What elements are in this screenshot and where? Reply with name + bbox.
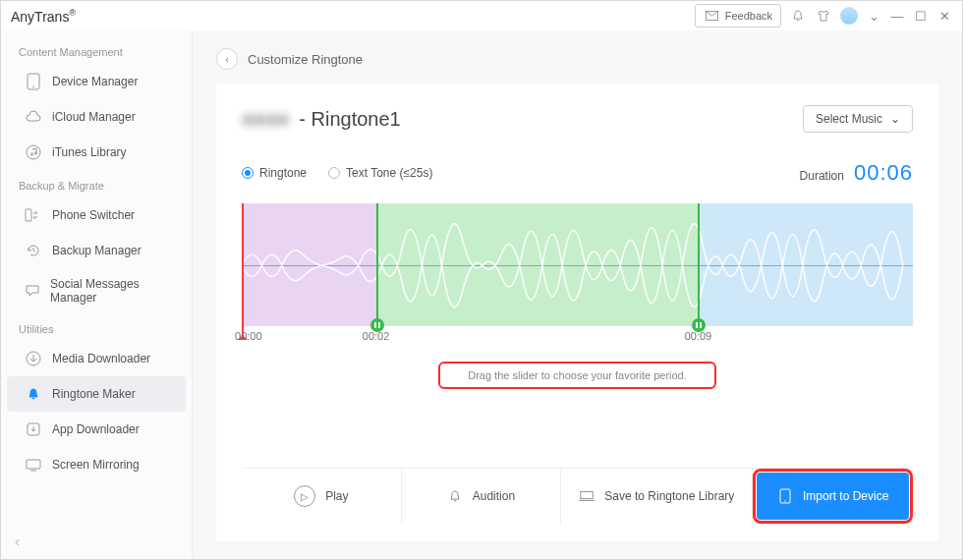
sidebar-item-phone-switcher[interactable]: Phone Switcher: [7, 197, 186, 233]
hint-box: Drag the slider to choose your favorite …: [438, 362, 716, 389]
svg-rect-10: [581, 492, 593, 499]
envelope-icon: [704, 7, 721, 25]
sidebar-item-label: iCloud Manager: [52, 110, 136, 124]
sidebar-item-icloud-manager[interactable]: iCloud Manager: [7, 99, 186, 135]
sidebar-item-device-manager[interactable]: Device Manager: [7, 64, 186, 99]
radio-icon: [242, 167, 254, 179]
svg-point-2: [32, 86, 34, 88]
time-sel-end-label: 00:09: [685, 330, 712, 342]
breadcrumb: ‹ Customize Ringtone: [193, 30, 962, 84]
back-button[interactable]: ‹: [216, 48, 238, 70]
close-button[interactable]: ✕: [936, 9, 952, 24]
shirt-icon[interactable]: [815, 7, 832, 25]
track-title: ■■■■ - Ringtone1: [242, 108, 401, 131]
svg-point-3: [27, 145, 40, 159]
action-label: Import to Device: [803, 489, 888, 503]
chevron-down-icon[interactable]: ⌄: [866, 9, 881, 24]
sidebar-item-label: Screen Mirroring: [52, 458, 140, 472]
laptop-icon: [579, 488, 595, 504]
maximize-button[interactable]: ☐: [913, 9, 929, 24]
phone-switch-icon: [25, 206, 42, 224]
selection-start-handle[interactable]: [376, 203, 378, 326]
bell-filled-icon: [25, 385, 42, 403]
app-download-icon: [25, 420, 42, 438]
collapse-sidebar-icon[interactable]: ‹: [15, 532, 20, 549]
svg-point-4: [30, 153, 32, 155]
svg-point-12: [784, 500, 785, 501]
avatar[interactable]: [840, 7, 858, 25]
time-start-label: 00:00: [235, 330, 262, 342]
history-icon: [25, 242, 42, 259]
sidebar-item-label: App Downloader: [52, 422, 140, 436]
radio-icon: [328, 167, 340, 179]
sidebar-item-label: Media Downloader: [52, 352, 150, 365]
select-music-label: Select Music: [816, 112, 882, 126]
audition-button[interactable]: Audition: [402, 469, 562, 524]
sidebar-item-social-messages[interactable]: Social Messages Manager: [7, 268, 186, 313]
waveform-icon: [242, 203, 913, 328]
radio-ringtone[interactable]: Ringtone: [242, 166, 307, 180]
mirror-icon: [25, 456, 42, 474]
save-library-button[interactable]: Save to Ringtone Library: [561, 469, 753, 524]
import-device-button[interactable]: Import to Device: [757, 473, 909, 520]
minimize-button[interactable]: —: [889, 9, 905, 24]
sidebar-item-media-downloader[interactable]: Media Downloader: [7, 341, 186, 376]
action-label: Play: [325, 489, 348, 503]
waveform-editor[interactable]: [242, 203, 913, 326]
sidebar-item-screen-mirroring[interactable]: Screen Mirroring: [7, 447, 186, 482]
duration-label: Duration: [800, 169, 844, 183]
play-icon: ▷: [294, 485, 315, 507]
page-title: Customize Ringtone: [248, 52, 363, 67]
chevron-down-icon: ⌄: [890, 112, 900, 126]
chat-icon: [25, 282, 40, 300]
feedback-button[interactable]: Feedback: [695, 4, 781, 28]
sidebar-item-label: iTunes Library: [52, 145, 127, 159]
app-brand: AnyTrans®: [11, 8, 76, 25]
playhead-marker[interactable]: [242, 203, 244, 338]
svg-rect-9: [27, 460, 40, 469]
sidebar: Content Management Device Manager iCloud…: [1, 30, 193, 559]
radio-texttone[interactable]: Text Tone (≤25s): [328, 166, 432, 180]
time-sel-start-label: 00:02: [363, 330, 390, 342]
sidebar-item-label: Device Manager: [52, 75, 138, 88]
action-label: Audition: [473, 489, 515, 503]
svg-rect-6: [26, 209, 31, 221]
action-label: Save to Ringtone Library: [604, 489, 734, 503]
selection-end-handle[interactable]: [698, 203, 700, 326]
sidebar-item-label: Backup Manager: [52, 244, 142, 257]
cloud-icon: [25, 108, 42, 126]
sidebar-item-itunes-library[interactable]: iTunes Library: [7, 135, 186, 170]
sidebar-item-label: Phone Switcher: [52, 208, 135, 222]
bell-outline-icon: [447, 488, 463, 504]
sidebar-item-backup-manager[interactable]: Backup Manager: [7, 233, 186, 268]
music-note-circle-icon: [25, 143, 42, 161]
radio-text: Ringtone: [259, 166, 307, 180]
radio-text: Text Tone (≤25s): [346, 166, 432, 180]
bell-icon[interactable]: [789, 7, 807, 25]
sidebar-item-app-downloader[interactable]: App Downloader: [7, 412, 186, 447]
phone-rect-icon: [25, 73, 42, 90]
section-content-management: Content Management: [1, 36, 192, 64]
section-backup-migrate: Backup & Migrate: [1, 170, 192, 197]
select-music-button[interactable]: Select Music ⌄: [803, 105, 913, 133]
download-circle-icon: [25, 350, 42, 367]
sidebar-item-label: Social Messages Manager: [50, 277, 168, 305]
device-icon: [777, 488, 793, 504]
play-button[interactable]: ▷ Play: [242, 469, 402, 524]
section-utilities: Utilities: [1, 313, 192, 341]
sidebar-item-ringtone-maker[interactable]: Ringtone Maker: [7, 376, 186, 412]
feedback-label: Feedback: [725, 10, 772, 22]
sidebar-item-label: Ringtone Maker: [52, 387, 136, 401]
duration-value: 00:06: [854, 160, 913, 186]
